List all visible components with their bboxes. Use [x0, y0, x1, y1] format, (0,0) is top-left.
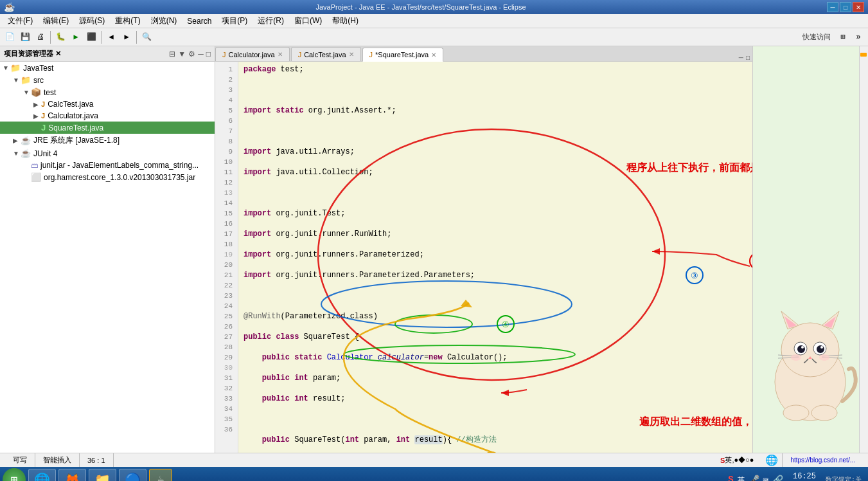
sidebar-maximize-icon[interactable]: □ [206, 50, 211, 59]
taskbar-keyboard-icon: ⌨ [763, 475, 768, 482]
new-button[interactable]: 📄 [3, 30, 17, 44]
save-button[interactable]: 💾 [18, 30, 32, 44]
tree-item-src[interactable]: ▼ 📁 src [0, 74, 215, 86]
tree-item-hamcrest[interactable]: ⬜ org.hamcrest.core_1.3.0.v201303031735.… [0, 171, 215, 183]
tab-close-squaretest[interactable]: ✕ [431, 51, 436, 59]
tree-item-squaretest[interactable]: J SquareTest.java [0, 122, 215, 134]
junit-icon: ☕ [21, 149, 31, 158]
sidebar-menu-icon[interactable]: ▼ [178, 50, 186, 59]
tab-icon-squaretest: J [369, 51, 373, 59]
tree-arrow-junit: ▼ [13, 150, 21, 157]
code-line-11: import org.junit.runners.Parameterized.P… [244, 270, 747, 280]
package-icon-test: 📦 [31, 87, 41, 97]
menu-source[interactable]: 源码(S) [74, 14, 110, 28]
taskbar-chrome[interactable]: 🔵 [119, 469, 146, 481]
right-panel [752, 46, 868, 453]
code-line-5: import java.util.Arrays; [244, 147, 747, 157]
linenum-3: 3 [215, 85, 235, 95]
svg-point-35 [819, 354, 829, 361]
tree-item-calctest[interactable]: ▶ J CalcTest.java [0, 98, 215, 110]
close-button[interactable]: ✕ [853, 2, 864, 12]
status-writable: 可写 [5, 453, 35, 467]
tab-max-btn[interactable]: □ [746, 54, 750, 61]
tree-arrow-calctest: ▶ [33, 101, 41, 108]
jar-icon-junit: 🗃 [31, 161, 38, 169]
menu-refactor[interactable]: 重构(T) [110, 14, 145, 28]
taskbar-ie[interactable]: 🌐 [28, 469, 56, 481]
sidebar-settings-icon[interactable]: ⚙ [188, 50, 195, 59]
tree-item-junitjar[interactable]: 🗃 junit.jar - JavaElementLabels_comma_st… [0, 159, 215, 171]
linenum-20: 20 [215, 260, 235, 270]
linenum-21: 21 [215, 270, 235, 280]
taskbar-eclipse[interactable]: ☕ [149, 469, 172, 481]
right-scrollbar[interactable] [859, 46, 868, 453]
code-line-1: package test; [244, 64, 747, 75]
tree-label-junit: JUnit 4 [33, 149, 57, 158]
linenum-10: 10 [215, 157, 235, 167]
tree-item-junit[interactable]: ▼ ☕ JUnit 4 [0, 147, 215, 159]
code-line-2 [244, 85, 747, 95]
svg-point-25 [797, 345, 805, 353]
tab-close-calculator[interactable]: ✕ [278, 51, 283, 58]
status-position-text: 36 : 1 [87, 457, 105, 464]
back-button[interactable]: ◀ [104, 30, 118, 44]
linenum-19: 19 [215, 250, 235, 260]
tree-item-test[interactable]: ▼ 📦 test [0, 86, 215, 98]
tab-close-calctest[interactable]: ✕ [349, 51, 354, 58]
code-container[interactable]: 1 2 3 4 5 6 7 8 9 10 11 12 13 14 15 16 1… [215, 62, 752, 453]
menu-help[interactable]: 帮助(H) [327, 14, 364, 28]
taskbar-mic-icon: 🎤 [748, 475, 759, 482]
start-button[interactable]: ⊞ [3, 468, 26, 481]
minimize-button[interactable]: ─ [827, 2, 838, 12]
forward-button[interactable]: ▶ [120, 30, 134, 44]
project-tree: ▼ 📁 JavaTest ▼ 📁 src ▼ 📦 test [0, 62, 215, 453]
code-line-4 [244, 126, 747, 136]
tree-item-jre[interactable]: ▶ ☕ JRE 系统库 [JavaSE-1.8] [0, 134, 215, 147]
start-icon: ⊞ [11, 473, 18, 481]
linenum-30: 30 [215, 363, 235, 373]
menu-file[interactable]: 文件(F) [3, 14, 38, 28]
debug-button[interactable]: 🐛 [53, 30, 67, 44]
status-ime: S 英,●◆○● [713, 453, 761, 467]
tree-arrow-javatest: ▼ [3, 64, 10, 71]
toolbar-more-btn[interactable]: » [851, 30, 865, 44]
taskbar-ime-status: 数字锁定:关 [826, 475, 862, 481]
linenum-32: 32 [215, 383, 235, 394]
tree-item-javatest[interactable]: ▼ 📁 JavaTest [0, 62, 215, 74]
tree-item-calculator[interactable]: ▶ J Calculator.java [0, 110, 215, 122]
run-button[interactable]: ▶ [69, 30, 83, 44]
code-editor[interactable]: package test; import static org.junit.As… [238, 62, 752, 453]
maximize-button[interactable]: □ [840, 2, 851, 12]
tab-calculator[interactable]: J Calculator.java ✕ [215, 47, 290, 61]
code-line-9: import org.junit.runner.RunWith; [244, 229, 747, 239]
sidebar-minimize-icon[interactable]: ─ [198, 50, 204, 59]
sidebar-collapse-icon[interactable]: ⊟ [169, 50, 175, 59]
stop-button[interactable]: ⬛ [84, 30, 98, 44]
code-line-14: public class SquareTest { [244, 332, 747, 342]
tab-min-btn[interactable]: ─ [739, 54, 743, 61]
tree-label-jre: JRE 系统库 [JavaSE-1.8] [33, 135, 120, 146]
print-button[interactable]: 🖨 [33, 30, 48, 44]
toolbar-layout-btn[interactable]: ⊞ [836, 30, 850, 44]
menu-run[interactable]: 运行(R) [252, 14, 289, 28]
linenum-28: 28 [215, 342, 235, 352]
menu-project[interactable]: 项目(P) [217, 14, 252, 28]
menu-bar: 文件(F) 编辑(E) 源码(S) 重构(T) 浏览(N) Search 项目(… [0, 14, 868, 28]
tab-squaretest[interactable]: J *SquareTest.java ✕ [362, 48, 444, 62]
status-writable-text: 可写 [13, 455, 27, 465]
linenum-7: 7 [215, 126, 235, 136]
menu-window[interactable]: 窗口(W) [289, 14, 327, 28]
taskbar-browser[interactable]: 🦊 [58, 469, 86, 481]
tree-label-calculator: Calculator.java [48, 111, 98, 120]
taskbar-time: 16:25 2023/1/25 [787, 472, 822, 482]
menu-search[interactable]: Search [182, 15, 217, 27]
title-bar-icon: ☕ [4, 2, 15, 12]
menu-navigate[interactable]: 浏览(N) [146, 14, 182, 28]
taskbar-files[interactable]: 📁 [89, 469, 116, 481]
tab-calctest[interactable]: J CalcTest.java ✕ [291, 47, 361, 61]
search-btn[interactable]: 🔍 [139, 30, 154, 44]
java-icon-calculator: J [41, 112, 45, 120]
sidebar-header: 项目资源管理器 ✕ ⊟ ▼ ⚙ ─ □ [0, 46, 215, 62]
menu-edit[interactable]: 编辑(E) [38, 14, 74, 28]
tree-arrow-jre: ▶ [13, 137, 21, 144]
